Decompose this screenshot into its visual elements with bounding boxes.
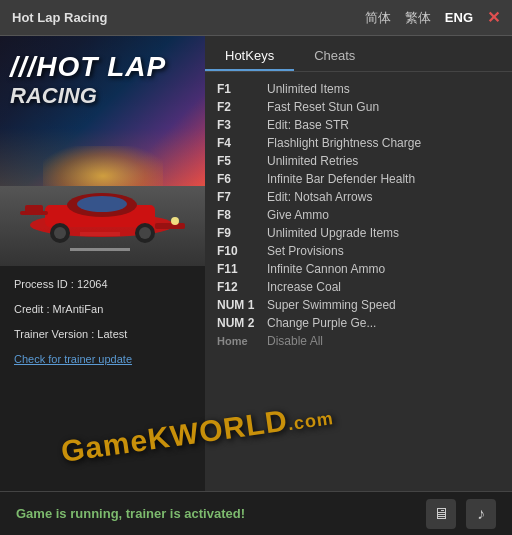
credit-row: Credit : MrAntiFan xyxy=(14,303,191,315)
list-item: F11 Infinite Cannon Ammo xyxy=(217,260,500,278)
cheat-name: Increase Coal xyxy=(267,280,341,294)
svg-point-10 xyxy=(139,227,151,239)
cheat-key: F7 xyxy=(217,190,267,204)
cheat-key: F12 xyxy=(217,280,267,294)
title-bar: Hot Lap Racing 简体 繁体 ENG ✕ xyxy=(0,0,512,36)
game-logo: ///HOT LAP RACING xyxy=(10,51,166,109)
cheat-name-home: Disable All xyxy=(267,334,323,348)
cheat-key: F3 xyxy=(217,118,267,132)
list-item: NUM 2 Change Purple Ge... xyxy=(217,314,500,332)
cheat-name: Give Ammo xyxy=(267,208,329,222)
status-bar: Game is running, trainer is activated! 🖥… xyxy=(0,491,512,535)
list-item: NUM 1 Super Swimming Speed xyxy=(217,296,500,314)
right-panel: HotKeys Cheats F1 Unlimited Items F2 Fas… xyxy=(205,36,512,491)
cheat-name: Unlimited Upgrade Items xyxy=(267,226,399,240)
cheat-key: F2 xyxy=(217,100,267,114)
list-item: F7 Edit: Notsah Arrows xyxy=(217,188,500,206)
cheat-name: Set Provisions xyxy=(267,244,344,258)
list-item: F12 Increase Coal xyxy=(217,278,500,296)
cheat-name: Infinite Cannon Ammo xyxy=(267,262,385,276)
cheat-key: F4 xyxy=(217,136,267,150)
close-button[interactable]: ✕ xyxy=(487,8,500,27)
trainer-version-row: Trainer Version : Latest xyxy=(14,328,191,340)
info-panel: Process ID : 12064 Credit : MrAntiFan Tr… xyxy=(0,266,205,491)
lang-traditional[interactable]: 繁体 xyxy=(405,9,431,27)
tab-hotkeys[interactable]: HotKeys xyxy=(205,42,294,71)
svg-point-3 xyxy=(77,196,127,212)
cheat-key: F9 xyxy=(217,226,267,240)
list-item: F6 Infinite Bar Defender Health xyxy=(217,170,500,188)
cheat-key: F10 xyxy=(217,244,267,258)
list-item: F8 Give Ammo xyxy=(217,206,500,224)
left-panel: ///HOT LAP RACING Process ID : 12064 Cre… xyxy=(0,36,205,491)
trainer-version-label: Trainer Version : xyxy=(14,328,94,340)
cheat-name: Unlimited Items xyxy=(267,82,350,96)
cheat-key: NUM 1 xyxy=(217,298,267,312)
process-id-value: 12064 xyxy=(77,278,108,290)
list-item-home: Home Disable All xyxy=(217,332,500,350)
monitor-icon[interactable]: 🖥 xyxy=(426,499,456,529)
list-item: F10 Set Provisions xyxy=(217,242,500,260)
svg-rect-4 xyxy=(155,223,185,229)
list-item: F9 Unlimited Upgrade Items xyxy=(217,224,500,242)
cheat-name: Infinite Bar Defender Health xyxy=(267,172,415,186)
cheat-name: Flashlight Brightness Charge xyxy=(267,136,421,150)
credit-value: MrAntiFan xyxy=(53,303,104,315)
list-item: F4 Flashlight Brightness Charge xyxy=(217,134,500,152)
lang-english[interactable]: ENG xyxy=(445,10,473,25)
cheat-name: Edit: Base STR xyxy=(267,118,349,132)
cheat-key: F1 xyxy=(217,82,267,96)
cheat-name: Unlimited Retries xyxy=(267,154,358,168)
list-item: F3 Edit: Base STR xyxy=(217,116,500,134)
tab-cheats[interactable]: Cheats xyxy=(294,42,375,71)
trainer-version-value: Latest xyxy=(97,328,127,340)
list-item: F2 Fast Reset Stun Gun xyxy=(217,98,500,116)
status-icons-group: 🖥 ♪ xyxy=(426,499,496,529)
status-message: Game is running, trainer is activated! xyxy=(16,506,245,521)
window-title: Hot Lap Racing xyxy=(12,10,107,25)
cheat-name: Fast Reset Stun Gun xyxy=(267,100,379,114)
tabs-bar: HotKeys Cheats xyxy=(205,36,512,72)
cheat-key: NUM 2 xyxy=(217,316,267,330)
monitor-icon-symbol: 🖥 xyxy=(433,505,449,523)
cheat-key: F11 xyxy=(217,262,267,276)
check-update-link[interactable]: Check for trainer update xyxy=(14,353,132,365)
cheat-key: F6 xyxy=(217,172,267,186)
list-item: F5 Unlimited Retries xyxy=(217,152,500,170)
title-bar-controls: 简体 繁体 ENG ✕ xyxy=(365,8,500,27)
main-content: ///HOT LAP RACING Process ID : 12064 Cre… xyxy=(0,36,512,491)
music-icon[interactable]: ♪ xyxy=(466,499,496,529)
svg-rect-6 xyxy=(25,205,43,213)
cheat-key-home: Home xyxy=(217,335,267,347)
cheat-name: Super Swimming Speed xyxy=(267,298,396,312)
credit-label: Credit : xyxy=(14,303,49,315)
cheat-key: F5 xyxy=(217,154,267,168)
cheats-list[interactable]: F1 Unlimited Items F2 Fast Reset Stun Gu… xyxy=(205,72,512,491)
cheat-name: Change Purple Ge... xyxy=(267,316,376,330)
svg-point-8 xyxy=(54,227,66,239)
process-label: Process ID : xyxy=(14,278,74,290)
music-icon-symbol: ♪ xyxy=(477,505,485,523)
game-car-svg xyxy=(15,183,190,248)
list-item: F1 Unlimited Items xyxy=(217,80,500,98)
svg-point-11 xyxy=(171,217,179,225)
process-id-row: Process ID : 12064 xyxy=(14,278,191,290)
lang-simplified[interactable]: 简体 xyxy=(365,9,391,27)
cheat-name: Edit: Notsah Arrows xyxy=(267,190,372,204)
game-cover-image: ///HOT LAP RACING xyxy=(0,36,205,266)
cheat-key: F8 xyxy=(217,208,267,222)
